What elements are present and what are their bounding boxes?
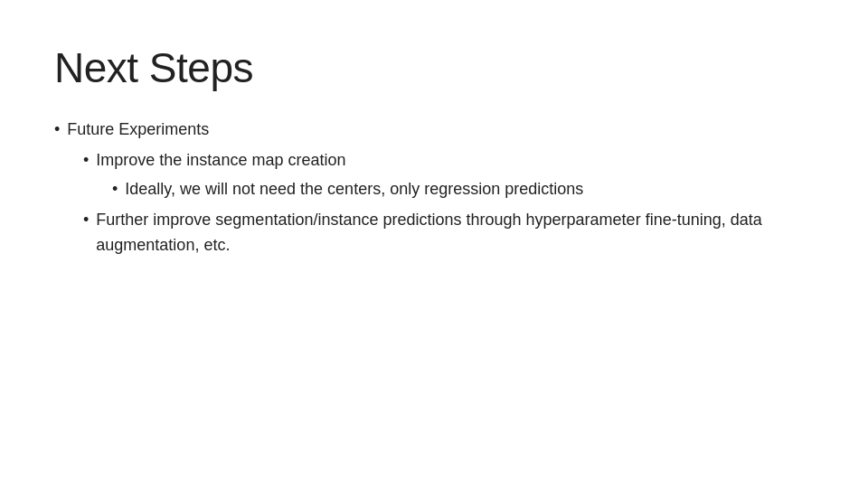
slide: Next Steps • Future Experiments • Improv…: [0, 0, 868, 488]
bullet-dot-2a: •: [83, 148, 89, 174]
slide-title: Next Steps: [54, 43, 814, 92]
bullet-text-further-improve: Further improve segmentation/instance pr…: [96, 208, 814, 258]
bullet-level1-future-experiments: • Future Experiments: [54, 117, 814, 143]
bullet-text-improve-instance: Improve the instance map creation: [96, 148, 345, 174]
bullet-text-ideally: Ideally, we will not need the centers, o…: [125, 177, 583, 202]
slide-content: • Future Experiments • Improve the insta…: [54, 117, 814, 261]
bullet-dot-1: •: [54, 117, 60, 143]
bullet-level2-further-improve: • Further improve segmentation/instance …: [83, 208, 814, 258]
bullet-dot-2b: •: [83, 208, 89, 233]
bullet-level2-improve-instance: • Improve the instance map creation: [83, 148, 814, 174]
bullet-dot-3: •: [112, 177, 118, 202]
bullet-level3-ideally: • Ideally, we will not need the centers,…: [112, 177, 814, 202]
bullet-text-future-experiments: Future Experiments: [67, 117, 209, 143]
